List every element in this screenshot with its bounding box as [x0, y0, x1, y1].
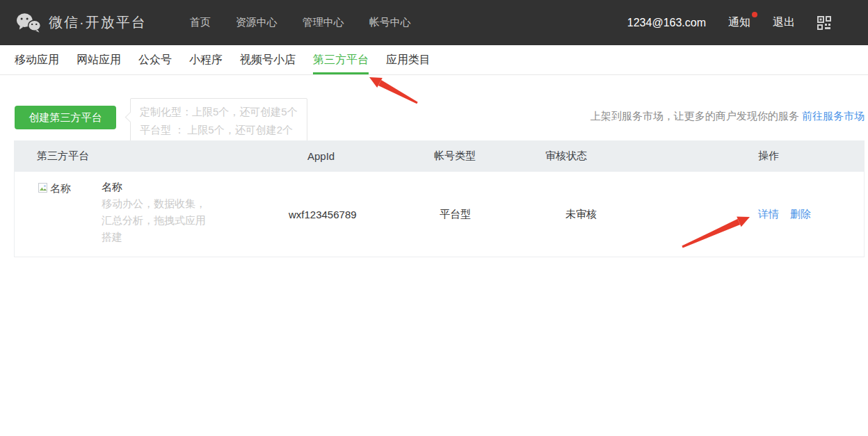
column-header-audit-status: 审核状态	[545, 150, 705, 163]
quota-tooltip: 定制化型：上限5个，还可创建5个 平台型 ： 上限5个，还可创建2个	[130, 98, 307, 144]
nav-account-center[interactable]: 帐号中心	[369, 16, 411, 29]
brand-title: 微信·开放平台	[49, 13, 147, 32]
notifications-label: 通知	[728, 16, 750, 28]
tab-app-category[interactable]: 应用类目	[386, 45, 431, 75]
column-header-platform: 第三方平台	[14, 150, 288, 163]
wechat-logo-icon	[15, 12, 42, 34]
topbar-right: 1234@163.com 通知 退出	[627, 15, 831, 30]
cell-audit-status: 未审核	[546, 172, 706, 257]
platform-name: 名称	[102, 179, 206, 195]
brand: 微信·开放平台	[15, 12, 147, 34]
detail-link[interactable]: 详情	[758, 208, 779, 221]
platform-logo: 名称	[38, 179, 102, 248]
platform-desc-line1: 移动办公，数据收集，	[102, 195, 206, 212]
column-header-account-type: 帐号类型	[434, 150, 545, 163]
platform-logo-alt-text: 名称	[50, 182, 71, 195]
platform-table: 第三方平台 AppId 帐号类型 审核状态 操作 名称 名称	[14, 140, 865, 257]
column-header-actions: 操作	[705, 150, 865, 163]
nav-home[interactable]: 首页	[190, 16, 211, 29]
account-email: 1234@163.com	[627, 17, 706, 29]
column-header-appid: AppId	[288, 150, 434, 162]
annotation-arrow-to-tab	[365, 74, 421, 106]
tab-mobile-app[interactable]: 移动应用	[15, 45, 59, 75]
cell-platform: 名称 名称 移动办公，数据收集， 汇总分析，拖拽式应用 搭建	[15, 172, 289, 257]
logout-link[interactable]: 退出	[773, 15, 795, 30]
quota-tooltip-line1: 定制化型：上限5个，还可创建5个	[140, 103, 298, 121]
go-to-service-market-link[interactable]: 前往服务市场	[802, 110, 865, 122]
top-nav: 首页 资源中心 管理中心 帐号中心	[190, 16, 411, 29]
qr-code-icon	[817, 16, 831, 30]
topbar: 微信·开放平台 首页 资源中心 管理中心 帐号中心 1234@163.com 通…	[0, 0, 868, 45]
notifications-link[interactable]: 通知	[728, 15, 750, 30]
platform-info: 名称 移动办公，数据收集， 汇总分析，拖拽式应用 搭建	[102, 179, 206, 248]
platform-desc-line3: 搭建	[102, 229, 206, 245]
qr-code-button[interactable]	[817, 16, 831, 30]
tab-website-app[interactable]: 网站应用	[77, 45, 121, 75]
service-market-text: 上架到服务市场，让更多的商户发现你的服务	[590, 110, 799, 122]
app-type-tabbar: 移动应用 网站应用 公众号 小程序 视频号小店 第三方平台 应用类目	[0, 45, 868, 75]
nav-resource-center[interactable]: 资源中心	[236, 16, 278, 29]
cell-actions: 详情 删除	[706, 172, 864, 257]
notification-dot	[752, 12, 757, 17]
platform-desc-line2: 汇总分析，拖拽式应用	[102, 212, 206, 229]
quota-tooltip-line2: 平台型 ： 上限5个，还可创建2个	[140, 121, 298, 139]
tab-official-account[interactable]: 公众号	[138, 45, 172, 75]
cell-account-type: 平台型	[435, 172, 546, 257]
create-third-party-platform-button[interactable]: 创建第三方平台	[15, 106, 116, 129]
tab-channels-shop[interactable]: 视频号小店	[240, 45, 296, 75]
broken-image-icon	[38, 182, 49, 193]
tab-mini-program[interactable]: 小程序	[189, 45, 223, 75]
table-row: 名称 名称 移动办公，数据收集， 汇总分析，拖拽式应用 搭建 wxf123456…	[14, 172, 865, 257]
main-content: 创建第三方平台 定制化型：上限5个，还可创建5个 平台型 ： 上限5个，还可创建…	[0, 75, 868, 436]
cell-appid: wxf123456789	[289, 172, 435, 257]
delete-link[interactable]: 删除	[790, 208, 811, 221]
tab-third-party-platform[interactable]: 第三方平台	[313, 45, 369, 75]
table-header-row: 第三方平台 AppId 帐号类型 审核状态 操作	[14, 140, 865, 172]
nav-management-center[interactable]: 管理中心	[303, 16, 344, 29]
service-market-promo: 上架到服务市场，让更多的商户发现你的服务 前往服务市场	[590, 110, 865, 123]
